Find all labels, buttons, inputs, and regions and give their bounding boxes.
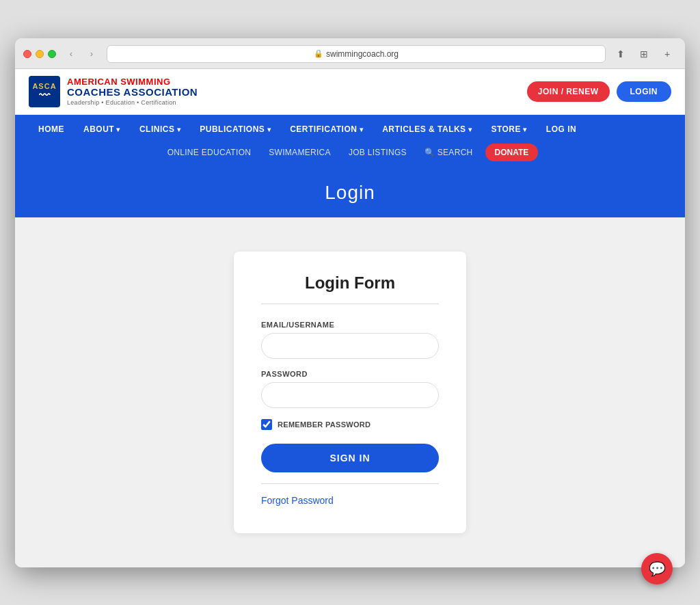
donate-button[interactable]: DONATE [485,144,539,161]
nav-clinics[interactable]: CLINICS [130,115,190,144]
share-button[interactable]: ⬆ [611,46,630,62]
site-header: ASCA 〰 AMERICAN SWIMMING COACHES ASSOCIA… [15,69,685,115]
browser-actions: ⬆ ⊞ + [611,46,677,62]
org-name: AMERICAN SWIMMING COACHES ASSOCIATION Le… [67,77,198,107]
logo-area: ASCA 〰 AMERICAN SWIMMING COACHES ASSOCIA… [29,76,198,107]
login-form-title: Login Form [261,273,439,293]
login-card: Login Form EMAIL/USERNAME PASSWORD REMEM… [234,252,466,533]
remember-checkbox[interactable] [261,419,272,430]
login-header-button[interactable]: LOGIN [617,81,672,102]
add-button[interactable]: + [658,46,677,62]
maximize-button[interactable] [48,50,56,58]
forward-button[interactable]: › [82,46,101,62]
website: ASCA 〰 AMERICAN SWIMMING COACHES ASSOCIA… [15,69,685,567]
nav-home[interactable]: HOME [29,115,74,144]
chat-icon: 💬 [649,561,666,577]
page-title-bar: Login [15,168,685,217]
org-line1: AMERICAN SWIMMING [67,77,198,87]
close-button[interactable] [23,50,31,58]
secondary-nav: ONLINE EDUCATION SWIMAMERICA JOB LISTING… [15,144,685,168]
org-tagline: Leadership • Education • Certification [67,99,198,106]
nav-online-education[interactable]: ONLINE EDUCATION [162,145,257,160]
chat-button[interactable]: 💬 [641,553,673,584]
back-button[interactable]: ‹ [62,46,81,62]
bottom-divider [261,483,439,484]
primary-nav: HOME ABOUT CLINICS PUBLICATIONS CERTIFIC… [15,115,685,144]
nav-publications[interactable]: PUBLICATIONS [190,115,280,144]
join-renew-button[interactable]: JOIN / RENEW [527,81,610,102]
remember-group: REMEMBER PASSWORD [261,419,439,430]
browser-window: ‹ › 🔒 swimmingcoach.org ⬆ ⊞ + ASCA 〰 AME… [15,38,685,567]
address-bar[interactable]: 🔒 swimmingcoach.org [107,45,606,63]
email-input[interactable] [261,333,439,359]
nav-buttons: ‹ › [62,46,101,62]
email-form-group: EMAIL/USERNAME [261,321,439,359]
password-label: PASSWORD [261,370,439,378]
sign-in-button[interactable]: SIGN IN [261,444,439,472]
password-input[interactable] [261,382,439,408]
email-label: EMAIL/USERNAME [261,321,439,329]
traffic-lights [23,50,56,58]
minimize-button[interactable] [36,50,44,58]
nav-search[interactable]: 🔍 SEARCH [419,145,479,160]
main-content: Login Form EMAIL/USERNAME PASSWORD REMEM… [15,217,685,567]
logo-badge: ASCA 〰 [29,76,60,107]
nav-store[interactable]: STORE [481,115,536,144]
forgot-password-link[interactable]: Forgot Password [261,495,439,506]
url-text: swimmingcoach.org [326,49,399,59]
new-tab-button[interactable]: ⊞ [634,46,654,62]
logo-wave: 〰 [39,90,50,101]
password-form-group: PASSWORD [261,370,439,408]
nav-job-listings[interactable]: JOB LISTINGS [343,145,412,160]
org-line2: COACHES ASSOCIATION [67,87,198,98]
lock-icon: 🔒 [314,49,323,58]
card-divider [261,304,439,304]
nav-about[interactable]: ABOUT [74,115,130,144]
nav-certification[interactable]: CERTIFICATION [280,115,373,144]
browser-chrome: ‹ › 🔒 swimmingcoach.org ⬆ ⊞ + [15,38,685,69]
header-actions: JOIN / RENEW LOGIN [527,81,671,102]
asca-text: ASCA [32,82,56,90]
nav-swimamerica[interactable]: SWIMAMERICA [263,145,336,160]
page-title: Login [29,182,671,204]
nav-log-in[interactable]: LOG IN [537,115,586,144]
nav-articles-talks[interactable]: ARTICLES & TALKS [373,115,481,144]
remember-label: REMEMBER PASSWORD [278,420,371,429]
